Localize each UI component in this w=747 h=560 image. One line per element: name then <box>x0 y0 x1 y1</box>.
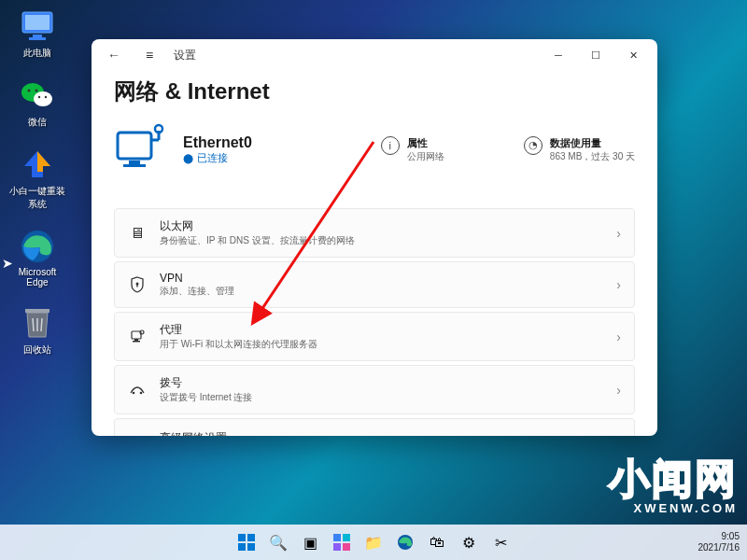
item-title: 以太网 <box>160 218 603 234</box>
content-area: 网络 & Internet Ethernet0 ⬤已连接 i 属性 公用网络 <box>92 71 657 436</box>
svg-rect-16 <box>123 164 146 167</box>
list-item-proxy[interactable]: 代理 用于 Wi-Fi 和以太网连接的代理服务器 › <box>114 312 635 361</box>
store-button[interactable]: 🛍 <box>423 528 451 556</box>
widgets-button[interactable] <box>328 528 356 556</box>
svg-rect-23 <box>134 339 138 341</box>
desktop-label: 回收站 <box>23 343 51 357</box>
status-dot-icon: ⬤ <box>183 153 193 163</box>
chart-icon: ◔ <box>524 136 543 155</box>
desktop-icon-edge[interactable]: Microsoft Edge <box>7 228 67 287</box>
network-icon <box>114 123 166 175</box>
svg-point-5 <box>34 91 52 106</box>
taskbar-center: 🔍 ▣ 📁 🛍 ⚙ ✂ <box>233 528 514 556</box>
svg-point-8 <box>38 96 40 98</box>
list-item-dialup[interactable]: 拨号 设置拨号 Internet 连接 › <box>114 365 635 414</box>
list-item-vpn[interactable]: VPN 添加、连接、管理 › <box>114 261 635 308</box>
close-button[interactable]: ✕ <box>614 40 652 70</box>
item-title: 拨号 <box>160 375 603 391</box>
svg-rect-30 <box>238 534 246 541</box>
connection-status: ⬤已连接 <box>183 151 252 165</box>
maximize-button[interactable]: ☐ <box>577 40 614 70</box>
chevron-right-icon: › <box>616 226 621 241</box>
svg-point-26 <box>133 391 135 394</box>
svg-rect-37 <box>343 543 350 551</box>
desktop-label: 微信 <box>28 116 47 129</box>
clock-time: 9:05 <box>698 531 740 542</box>
start-button[interactable] <box>233 528 261 556</box>
settings-window: ← ≡ 设置 ─ ☐ ✕ 网络 & Internet Ethernet0 ⬤已连… <box>92 39 657 436</box>
svg-rect-15 <box>129 161 140 164</box>
properties-title: 属性 <box>407 136 444 150</box>
watermark-text: 小闻网 <box>609 452 738 507</box>
item-title: 高级网络设置 <box>160 430 603 437</box>
pc-icon <box>19 7 56 45</box>
chevron-right-icon: › <box>616 383 621 398</box>
svg-rect-36 <box>333 543 341 551</box>
desktop-icon-reinstall[interactable]: 小白一键重装系统 <box>7 146 67 211</box>
back-button[interactable]: ← <box>103 44 125 66</box>
explorer-button[interactable]: 📁 <box>359 528 388 556</box>
svg-rect-21 <box>136 285 137 287</box>
chevron-right-icon: › <box>616 277 621 292</box>
desktop-label: Microsoft Edge <box>7 267 67 287</box>
app-title: 设置 <box>174 48 196 63</box>
svg-point-9 <box>45 96 47 98</box>
svg-point-6 <box>28 90 31 92</box>
item-sub: 设置拨号 Internet 连接 <box>160 391 603 404</box>
taskview-button[interactable]: ▣ <box>296 528 324 556</box>
svg-rect-32 <box>238 543 246 551</box>
wechat-icon <box>19 77 56 114</box>
properties-sub: 公用网络 <box>407 150 444 163</box>
snipping-button[interactable]: ✂ <box>486 528 514 556</box>
taskbar: 🔍 ▣ 📁 🛍 ⚙ ✂ 9:05 2021/7/16 <box>0 525 747 560</box>
list-item-ethernet[interactable]: 🖥 以太网 身份验证、IP 和 DNS 设置、按流量计费的网络 › <box>114 208 635 258</box>
search-button[interactable]: 🔍 <box>264 528 292 556</box>
taskbar-clock[interactable]: 9:05 2021/7/16 <box>698 531 740 553</box>
data-usage-tile[interactable]: ◔ 数据使用量 863 MB，过去 30 天 <box>524 136 635 163</box>
properties-tile[interactable]: i 属性 公用网络 <box>381 136 444 163</box>
recycle-bin-icon <box>19 304 56 342</box>
desktop-icon-recycle[interactable]: 回收站 <box>7 304 67 357</box>
item-sub: 身份验证、IP 和 DNS 设置、按流量计费的网络 <box>160 234 603 247</box>
chevron-right-icon: › <box>616 430 621 436</box>
item-title: VPN <box>160 272 603 285</box>
svg-rect-31 <box>247 534 255 541</box>
chevron-right-icon: › <box>616 329 621 344</box>
advanced-icon: ⋯ <box>128 428 147 436</box>
clock-date: 2021/7/16 <box>698 542 740 553</box>
svg-rect-24 <box>133 341 140 343</box>
desktop-label: 此电脑 <box>23 47 51 60</box>
item-sub: 用于 Wi-Fi 和以太网连接的代理服务器 <box>160 338 603 351</box>
edge-icon <box>19 228 56 265</box>
item-sub: 添加、连接、管理 <box>160 285 603 298</box>
page-title: 网络 & Internet <box>114 77 635 106</box>
usage-title: 数据使用量 <box>550 136 635 150</box>
svg-point-19 <box>155 125 162 133</box>
desktop-label: 小白一键重装系统 <box>7 185 67 211</box>
svg-rect-13 <box>25 309 49 313</box>
menu-button[interactable]: ≡ <box>138 44 161 66</box>
svg-rect-34 <box>333 534 341 541</box>
usage-sub: 863 MB，过去 30 天 <box>550 150 635 163</box>
desktop-icon-wechat[interactable]: 微信 <box>7 77 67 129</box>
desktop-icon-pc[interactable]: 此电脑 <box>7 7 67 60</box>
connection-summary: Ethernet0 ⬤已连接 i 属性 公用网络 ◔ 数据使用量 863 MB，… <box>114 123 635 195</box>
svg-marker-11 <box>37 151 50 172</box>
svg-point-7 <box>35 90 38 92</box>
desktop-icons: 此电脑 微信 小白一键重装系统 Microsoft Edge 回收站 <box>7 7 67 357</box>
settings-taskbar-button[interactable]: ⚙ <box>455 528 483 556</box>
shield-icon <box>128 275 147 294</box>
watermark: 小闻网 XWENW.COM <box>609 452 738 515</box>
connection-name: Ethernet0 <box>183 134 252 151</box>
item-title: 代理 <box>160 322 603 338</box>
settings-list: 🖥 以太网 身份验证、IP 和 DNS 设置、按流量计费的网络 › VPN 添加… <box>114 208 635 436</box>
svg-rect-14 <box>118 133 151 159</box>
proxy-icon <box>128 328 147 346</box>
titlebar: ← ≡ 设置 ─ ☐ ✕ <box>92 39 657 71</box>
svg-rect-35 <box>343 534 350 541</box>
dialup-icon <box>128 381 147 399</box>
info-icon: i <box>381 136 400 155</box>
list-item-advanced[interactable]: ⋯ 高级网络设置 › <box>114 418 635 436</box>
edge-taskbar-button[interactable] <box>391 528 419 556</box>
minimize-button[interactable]: ─ <box>540 40 577 70</box>
